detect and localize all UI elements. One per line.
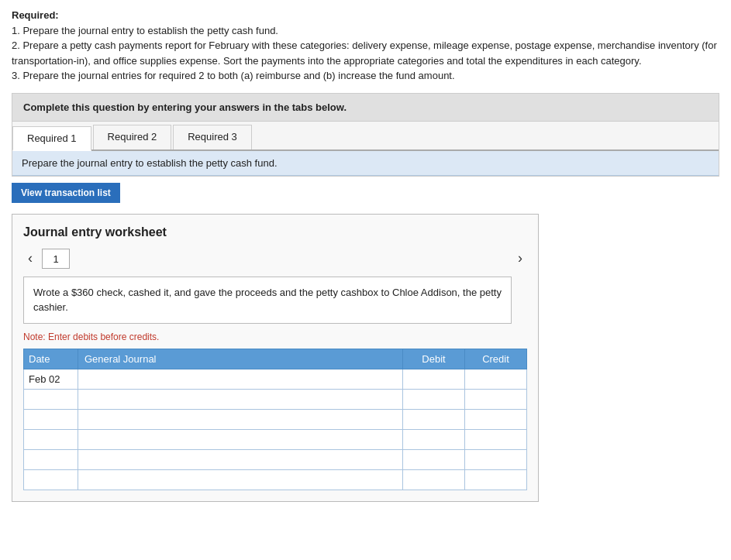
- table-row: Feb 02: [24, 369, 527, 389]
- journal-cell-1[interactable]: [78, 389, 403, 409]
- journal-cell-4[interactable]: [78, 449, 403, 469]
- tab-required3[interactable]: Required 3: [173, 125, 252, 149]
- tab-content-description: Prepare the journal entry to establish t…: [12, 151, 719, 176]
- date-cell-1: [24, 389, 78, 409]
- banner-text: Complete this question by entering your …: [23, 101, 347, 113]
- tabs-row: Required 1 Required 2 Required 3: [12, 122, 719, 151]
- table-row: [24, 389, 527, 409]
- credit-cell-2[interactable]: [465, 409, 527, 429]
- debit-cell-2[interactable]: [403, 409, 465, 429]
- credit-cell-1[interactable]: [465, 389, 527, 409]
- journal-cell-0[interactable]: [78, 369, 403, 389]
- debit-cell-1[interactable]: [403, 389, 465, 409]
- table-row: [24, 429, 527, 449]
- debit-input-4[interactable]: [406, 452, 461, 468]
- journal-cell-2[interactable]: [78, 409, 403, 429]
- date-cell-2: [24, 409, 78, 429]
- credit-input-4[interactable]: [468, 452, 523, 468]
- view-btn-row: View transaction list: [12, 177, 719, 208]
- journal-cell-5[interactable]: [78, 469, 403, 490]
- entry-description-box: Wrote a $360 check, cashed it, and gave …: [23, 277, 512, 324]
- journal-input-1[interactable]: [81, 391, 399, 407]
- journal-input-3[interactable]: [81, 431, 399, 448]
- instruction-item3: 3. Prepare the journal entries for requi…: [12, 70, 455, 81]
- instructions: Required: 1. Prepare the journal entry t…: [12, 8, 719, 84]
- date-cell-5: [24, 469, 78, 490]
- table-row: [24, 449, 527, 469]
- debit-cell-5[interactable]: [403, 469, 465, 490]
- debit-input-1[interactable]: [406, 391, 461, 407]
- credit-cell-4[interactable]: [465, 449, 527, 469]
- tabs-container: Required 1 Required 2 Required 3 Prepare…: [12, 122, 719, 177]
- date-cell-3: [24, 429, 78, 449]
- debit-cell-3[interactable]: [403, 429, 465, 449]
- credit-input-5[interactable]: [468, 472, 523, 488]
- debit-input-3[interactable]: [406, 431, 461, 448]
- journal-cell-3[interactable]: [78, 429, 403, 449]
- instruction-item2: 2. Prepare a petty cash payments report …: [12, 40, 717, 67]
- col-header-journal: General Journal: [78, 349, 403, 369]
- credit-input-2[interactable]: [468, 411, 523, 428]
- table-row: [24, 409, 527, 429]
- journal-input-2[interactable]: [81, 411, 399, 428]
- debit-input-5[interactable]: [406, 472, 461, 488]
- credit-cell-5[interactable]: [465, 469, 527, 490]
- journal-input-4[interactable]: [81, 452, 399, 468]
- debit-cell-0[interactable]: [403, 369, 465, 389]
- nav-row: ‹ 1 ›: [23, 249, 527, 269]
- debit-cell-4[interactable]: [403, 449, 465, 469]
- instruction-item1: 1. Prepare the journal entry to establis…: [12, 25, 278, 36]
- table-row: [24, 469, 527, 490]
- journal-table: Date General Journal Debit Credit Feb 02: [23, 349, 527, 490]
- journal-input-0[interactable]: [81, 371, 399, 387]
- credit-cell-0[interactable]: [465, 369, 527, 389]
- nav-number-box: 1: [42, 249, 70, 269]
- date-cell-0: Feb 02: [24, 369, 78, 389]
- col-header-credit: Credit: [465, 349, 527, 369]
- col-header-debit: Debit: [403, 349, 465, 369]
- note-text: Note: Enter debits before credits.: [23, 332, 527, 342]
- journal-title: Journal entry worksheet: [23, 225, 527, 239]
- complete-banner: Complete this question by entering your …: [12, 93, 719, 122]
- journal-input-5[interactable]: [81, 472, 399, 488]
- nav-next-arrow[interactable]: ›: [513, 249, 527, 268]
- credit-cell-3[interactable]: [465, 429, 527, 449]
- journal-worksheet: Journal entry worksheet ‹ 1 › Wrote a $3…: [12, 214, 539, 502]
- credit-input-1[interactable]: [468, 391, 523, 407]
- date-cell-4: [24, 449, 78, 469]
- tab-required1[interactable]: Required 1: [12, 126, 91, 151]
- tab-required2[interactable]: Required 2: [93, 125, 172, 149]
- required-label: Required:: [12, 9, 59, 21]
- nav-prev-arrow[interactable]: ‹: [23, 249, 37, 268]
- page-wrapper: Required: 1. Prepare the journal entry t…: [0, 0, 731, 510]
- debit-input-0[interactable]: [406, 371, 461, 387]
- credit-input-0[interactable]: [468, 371, 523, 387]
- col-header-date: Date: [24, 349, 78, 369]
- credit-input-3[interactable]: [468, 431, 523, 448]
- debit-input-2[interactable]: [406, 411, 461, 428]
- view-transaction-list-button[interactable]: View transaction list: [12, 183, 120, 203]
